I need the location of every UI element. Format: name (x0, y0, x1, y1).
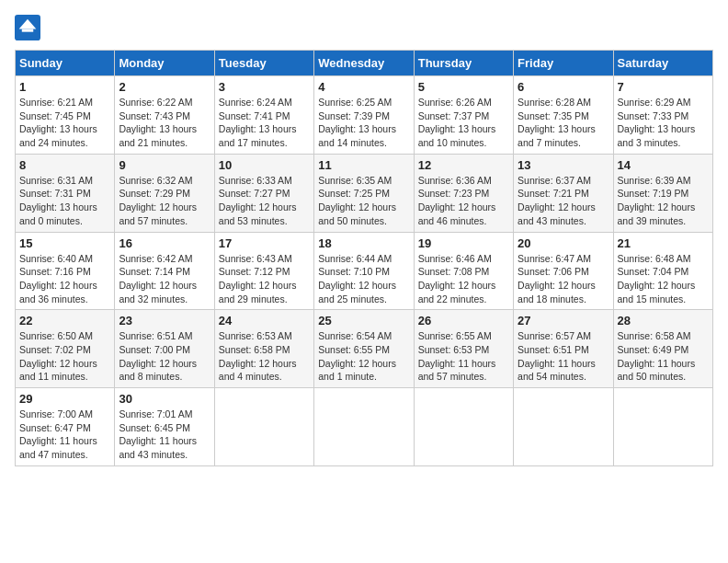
day-number: 17 (219, 236, 310, 250)
cell-info: Sunrise: 7:01 AM Sunset: 6:45 PM Dayligh… (119, 408, 210, 462)
day-number: 16 (119, 236, 210, 250)
day-number: 21 (618, 236, 709, 250)
cell-info: Sunrise: 6:55 AM Sunset: 6:53 PM Dayligh… (418, 329, 509, 384)
cell-info: Sunrise: 6:37 AM Sunset: 7:21 PM Dayligh… (518, 174, 609, 228)
cell-info: Sunrise: 6:29 AM Sunset: 7:33 PM Dayligh… (618, 96, 709, 150)
day-number: 6 (518, 80, 609, 94)
day-header-thursday: Thursday (414, 51, 513, 76)
cell-info: Sunrise: 6:28 AM Sunset: 7:35 PM Dayligh… (518, 96, 609, 150)
day-number: 3 (219, 80, 310, 94)
page-header (15, 15, 713, 40)
cell-info: Sunrise: 6:43 AM Sunset: 7:12 PM Dayligh… (219, 252, 310, 306)
calendar-cell-day-18: 18Sunrise: 6:44 AM Sunset: 7:10 PM Dayli… (314, 232, 414, 310)
day-number: 13 (518, 158, 609, 172)
cell-info: Sunrise: 6:48 AM Sunset: 7:04 PM Dayligh… (618, 252, 709, 306)
calendar-cell-day-22: 22Sunrise: 6:50 AM Sunset: 7:02 PM Dayli… (16, 310, 115, 388)
cell-info: Sunrise: 6:44 AM Sunset: 7:10 PM Dayligh… (318, 252, 409, 306)
calendar-cell-day-20: 20Sunrise: 6:47 AM Sunset: 7:06 PM Dayli… (514, 232, 613, 310)
cell-info: Sunrise: 6:47 AM Sunset: 7:06 PM Dayligh… (518, 252, 609, 306)
empty-cell (314, 388, 414, 466)
cell-info: Sunrise: 6:22 AM Sunset: 7:43 PM Dayligh… (119, 96, 210, 150)
day-header-sunday: Sunday (16, 51, 115, 76)
day-header-monday: Monday (115, 51, 214, 76)
day-number: 9 (119, 158, 210, 172)
calendar-cell-day-2: 2Sunrise: 6:22 AM Sunset: 7:43 PM Daylig… (115, 76, 214, 155)
day-number: 10 (219, 158, 310, 172)
calendar-week-row: 1Sunrise: 6:21 AM Sunset: 7:45 PM Daylig… (16, 76, 713, 155)
empty-cell (414, 388, 513, 466)
calendar-cell-day-17: 17Sunrise: 6:43 AM Sunset: 7:12 PM Dayli… (214, 232, 313, 310)
calendar-cell-day-5: 5Sunrise: 6:26 AM Sunset: 7:37 PM Daylig… (414, 76, 513, 155)
calendar-week-row: 15Sunrise: 6:40 AM Sunset: 7:16 PM Dayli… (16, 232, 713, 310)
calendar-week-row: 29Sunrise: 7:00 AM Sunset: 6:47 PM Dayli… (16, 388, 713, 466)
calendar-table: SundayMondayTuesdayWednesdayThursdayFrid… (15, 50, 713, 466)
calendar-cell-day-12: 12Sunrise: 6:36 AM Sunset: 7:23 PM Dayli… (414, 154, 513, 232)
day-header-friday: Friday (514, 51, 613, 76)
day-number: 7 (618, 80, 709, 94)
calendar-week-row: 22Sunrise: 6:50 AM Sunset: 7:02 PM Dayli… (16, 310, 713, 388)
day-number: 2 (119, 80, 210, 94)
cell-info: Sunrise: 6:39 AM Sunset: 7:19 PM Dayligh… (618, 174, 709, 228)
calendar-cell-day-29: 29Sunrise: 7:00 AM Sunset: 6:47 PM Dayli… (16, 388, 115, 466)
cell-info: Sunrise: 6:25 AM Sunset: 7:39 PM Dayligh… (318, 96, 409, 150)
day-number: 28 (618, 314, 709, 327)
calendar-cell-day-1: 1Sunrise: 6:21 AM Sunset: 7:45 PM Daylig… (16, 76, 115, 155)
cell-info: Sunrise: 6:40 AM Sunset: 7:16 PM Dayligh… (19, 252, 110, 306)
day-number: 24 (219, 314, 310, 327)
day-header-saturday: Saturday (613, 51, 712, 76)
day-number: 15 (19, 236, 110, 250)
day-number: 26 (418, 314, 509, 327)
day-number: 5 (418, 80, 509, 94)
calendar-cell-day-24: 24Sunrise: 6:53 AM Sunset: 6:58 PM Dayli… (214, 310, 313, 388)
cell-info: Sunrise: 6:57 AM Sunset: 6:51 PM Dayligh… (518, 329, 609, 384)
day-number: 19 (418, 236, 509, 250)
day-number: 1 (19, 80, 110, 94)
day-number: 23 (119, 314, 210, 327)
calendar-week-row: 8Sunrise: 6:31 AM Sunset: 7:31 PM Daylig… (16, 154, 713, 232)
calendar-cell-day-30: 30Sunrise: 7:01 AM Sunset: 6:45 PM Dayli… (115, 388, 214, 466)
calendar-cell-day-4: 4Sunrise: 6:25 AM Sunset: 7:39 PM Daylig… (314, 76, 414, 155)
calendar-cell-day-8: 8Sunrise: 6:31 AM Sunset: 7:31 PM Daylig… (16, 154, 115, 232)
day-number: 4 (318, 80, 409, 94)
cell-info: Sunrise: 6:26 AM Sunset: 7:37 PM Dayligh… (418, 96, 509, 150)
cell-info: Sunrise: 6:35 AM Sunset: 7:25 PM Dayligh… (318, 174, 409, 228)
day-header-tuesday: Tuesday (214, 51, 313, 76)
calendar-cell-day-7: 7Sunrise: 6:29 AM Sunset: 7:33 PM Daylig… (613, 76, 712, 155)
day-number: 22 (19, 314, 110, 327)
day-number: 29 (19, 392, 110, 406)
calendar-cell-day-21: 21Sunrise: 6:48 AM Sunset: 7:04 PM Dayli… (613, 232, 712, 310)
cell-info: Sunrise: 6:50 AM Sunset: 7:02 PM Dayligh… (19, 329, 110, 384)
day-number: 25 (318, 314, 409, 327)
calendar-cell-day-27: 27Sunrise: 6:57 AM Sunset: 6:51 PM Dayli… (514, 310, 613, 388)
cell-info: Sunrise: 6:32 AM Sunset: 7:29 PM Dayligh… (119, 174, 210, 228)
day-number: 27 (518, 314, 609, 327)
cell-info: Sunrise: 6:33 AM Sunset: 7:27 PM Dayligh… (219, 174, 310, 228)
empty-cell (514, 388, 613, 466)
day-number: 30 (119, 392, 210, 406)
day-number: 11 (318, 158, 409, 172)
day-header-wednesday: Wednesday (314, 51, 414, 76)
calendar-cell-day-14: 14Sunrise: 6:39 AM Sunset: 7:19 PM Dayli… (613, 154, 712, 232)
empty-cell (214, 388, 313, 466)
logo (15, 15, 44, 40)
calendar-body: 1Sunrise: 6:21 AM Sunset: 7:45 PM Daylig… (16, 76, 713, 466)
logo-icon (15, 15, 40, 40)
calendar-cell-day-25: 25Sunrise: 6:54 AM Sunset: 6:55 PM Dayli… (314, 310, 414, 388)
svg-rect-2 (22, 29, 33, 32)
day-number: 20 (518, 236, 609, 250)
cell-info: Sunrise: 6:54 AM Sunset: 6:55 PM Dayligh… (318, 329, 409, 384)
calendar-cell-day-3: 3Sunrise: 6:24 AM Sunset: 7:41 PM Daylig… (214, 76, 313, 155)
calendar-cell-day-23: 23Sunrise: 6:51 AM Sunset: 7:00 PM Dayli… (115, 310, 214, 388)
calendar-header-row: SundayMondayTuesdayWednesdayThursdayFrid… (16, 51, 713, 76)
day-number: 8 (19, 158, 110, 172)
cell-info: Sunrise: 6:31 AM Sunset: 7:31 PM Dayligh… (19, 174, 110, 228)
calendar-cell-day-15: 15Sunrise: 6:40 AM Sunset: 7:16 PM Dayli… (16, 232, 115, 310)
cell-info: Sunrise: 6:21 AM Sunset: 7:45 PM Dayligh… (19, 96, 110, 150)
calendar-cell-day-10: 10Sunrise: 6:33 AM Sunset: 7:27 PM Dayli… (214, 154, 313, 232)
calendar-cell-day-19: 19Sunrise: 6:46 AM Sunset: 7:08 PM Dayli… (414, 232, 513, 310)
calendar-cell-day-9: 9Sunrise: 6:32 AM Sunset: 7:29 PM Daylig… (115, 154, 214, 232)
empty-cell (613, 388, 712, 466)
cell-info: Sunrise: 6:46 AM Sunset: 7:08 PM Dayligh… (418, 252, 509, 306)
calendar-cell-day-13: 13Sunrise: 6:37 AM Sunset: 7:21 PM Dayli… (514, 154, 613, 232)
calendar-cell-day-6: 6Sunrise: 6:28 AM Sunset: 7:35 PM Daylig… (514, 76, 613, 155)
